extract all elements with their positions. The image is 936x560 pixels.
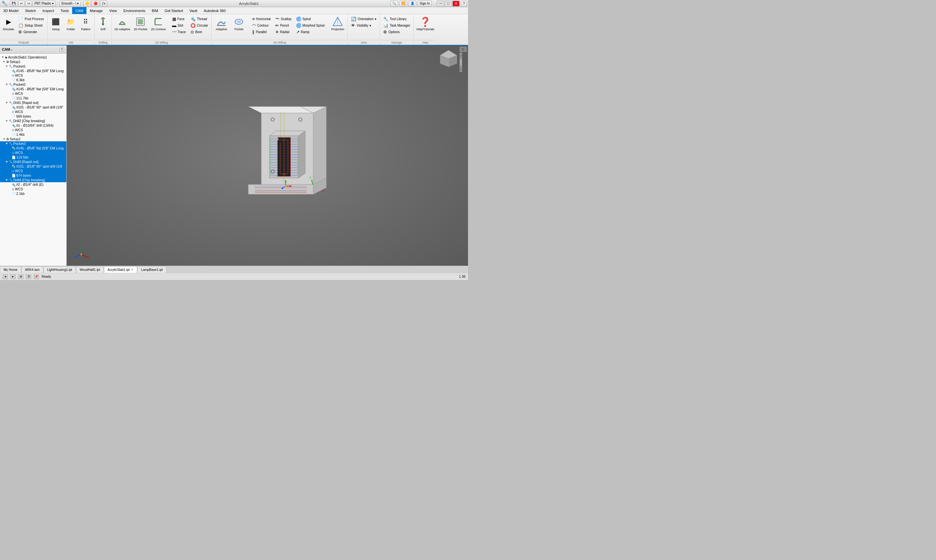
nav-cube[interactable]	[439, 49, 458, 68]
list-toggle-btn[interactable]: ☰	[26, 274, 31, 279]
vp-scroll-control[interactable]: ▲ ▼	[460, 52, 462, 72]
tree-item[interactable]: ▼⚙Setup1	[0, 60, 66, 64]
tree-item[interactable]: 📄8.3kb	[0, 78, 66, 82]
tree-item[interactable]: ▼◈AcrylicSlab1 Operation(s)	[0, 55, 66, 60]
3d-pocket-btn[interactable]: Pocket	[230, 15, 247, 38]
view-toggle-btn[interactable]: ⊞	[18, 274, 23, 279]
scroll-left-btn[interactable]: ◄	[3, 274, 8, 279]
quick-access-redo[interactable]: ↪	[25, 1, 32, 6]
3d-adaptive-btn[interactable]: Adaptive	[213, 15, 230, 38]
menu-view[interactable]: View	[106, 7, 120, 14]
tree-item[interactable]: 🔩#145 - Ø5/8" flat (5/8" EM Long	[0, 69, 66, 73]
slot-btn[interactable]: ▬ Slot	[170, 22, 188, 29]
viewport[interactable]: ⊡ ▲ ▼	[66, 46, 468, 266]
menu-environments[interactable]: Environments	[120, 7, 148, 14]
vp-scroll-up[interactable]: ▲	[460, 54, 462, 57]
tool-library-btn[interactable]: 🔧 Tool Library	[381, 15, 412, 22]
vp-scroll-down[interactable]: ▼	[460, 68, 462, 71]
menu-manage[interactable]: Manage	[86, 7, 106, 14]
circular-btn[interactable]: ⭕ Circular	[188, 22, 210, 29]
visibility-btn[interactable]: 👁 Visibility ▾	[349, 22, 378, 29]
menu-3dmodel[interactable]: 3D Model	[0, 7, 22, 14]
simulate-btn[interactable]: ▶ Simulate	[1, 15, 15, 38]
sign-in-btn[interactable]: Sign In	[418, 1, 432, 6]
display-mode-dropdown[interactable]: Smooth - \ ▾	[60, 1, 80, 6]
tree-item[interactable]: 📄111.7kb	[0, 96, 66, 100]
search-btn[interactable]: 🔍	[390, 1, 398, 6]
vp-resize-btn[interactable]: ⊡	[460, 47, 467, 52]
tab-acrylicslab-close[interactable]: ✕	[131, 268, 134, 271]
tab-ark4[interactable]: ARK4.iam	[22, 266, 43, 273]
task-manager-btn[interactable]: 📊 Task Manager	[381, 22, 412, 29]
2d-contour-btn[interactable]: 2D Contour	[150, 15, 167, 38]
thread-btn[interactable]: 🔩 Thread	[188, 15, 210, 22]
parallel-btn[interactable]: ∥ Parallel	[250, 29, 273, 35]
menu-inspect[interactable]: Inspect	[39, 7, 57, 14]
menu-sketch[interactable]: Sketch	[22, 7, 39, 14]
tree-expand-icon[interactable]: ▼	[5, 119, 8, 123]
setup-btn[interactable]: ⬛ Setup	[49, 15, 63, 38]
material-dropdown[interactable]: PBT Plastic ▾	[32, 1, 56, 6]
tab-acrylicslab[interactable]: AcrylicSlab1.ipt ✕	[104, 266, 137, 273]
tree-item[interactable]: 📄119.5kb	[0, 155, 66, 160]
tree-expand-icon[interactable]: ▼	[5, 65, 8, 68]
tree-item[interactable]: 🔩#101 - Ø1/8" 60° spot drill (1/8	[0, 164, 66, 169]
maximize-btn[interactable]: □	[445, 1, 452, 6]
close-btn[interactable]: ✕	[452, 1, 460, 6]
projection-btn[interactable]: Projection	[329, 15, 346, 38]
pattern-btn[interactable]: ⠿ Pattern	[79, 15, 93, 38]
tree-item[interactable]: ⊹WCS	[0, 128, 66, 132]
user-btn[interactable]: 👤	[409, 1, 416, 6]
menu-autodesk360[interactable]: Autodesk 360	[200, 7, 229, 14]
tree-expand-icon[interactable]: ▼	[5, 178, 8, 182]
tree-item[interactable]: ⊹WCS	[0, 91, 66, 96]
menu-tools[interactable]: Tools	[57, 7, 72, 14]
tree-item[interactable]: ⊹WCS	[0, 187, 66, 191]
quick-access-save[interactable]: 💾	[10, 1, 17, 6]
folder-btn[interactable]: 📁 Folder	[64, 15, 78, 38]
tree-item[interactable]: 📄2.1kb	[0, 191, 66, 196]
help-btn[interactable]: ?	[461, 1, 467, 6]
setup-sheet-btn[interactable]: 📋 Setup Sheet	[16, 22, 46, 29]
tab-woodhalf[interactable]: WoodHalf1.ipt	[76, 266, 104, 273]
2d-adaptive-btn[interactable]: 2D Adaptive	[113, 15, 132, 38]
horizontal-btn[interactable]: ≡ Horizontal	[250, 15, 273, 22]
orientation-btn[interactable]: 🔄 Orientation ▾	[349, 15, 378, 22]
tree-item[interactable]: ⊹WCS	[0, 151, 66, 155]
tree-item[interactable]: ▼🔧Pocket3	[0, 141, 66, 146]
menu-get-started[interactable]: Get Started	[162, 7, 186, 14]
morphed-spiral-btn[interactable]: 🌀 Morphed Spiral	[294, 22, 327, 29]
radial-btn[interactable]: ✳ Radial	[273, 29, 293, 35]
tree-expand-icon[interactable]: ▼	[3, 137, 6, 141]
tree-item[interactable]: ▼⚙Setup2	[0, 137, 66, 141]
tree-item[interactable]: ▼🔧Pocket1	[0, 64, 66, 69]
tree-item[interactable]: ▼🔧Drill2 [Chip breaking]	[0, 118, 66, 123]
drill-btn[interactable]: Drill	[96, 15, 110, 38]
generate-btn[interactable]: ⚙ Generate	[16, 29, 46, 35]
bore-btn[interactable]: ⊙ Bore	[188, 29, 210, 35]
tree-expand-icon[interactable]: ▼	[5, 83, 8, 86]
tree-item[interactable]: ⊹WCS	[0, 73, 66, 78]
tree-item[interactable]: 📄666 bytes	[0, 114, 66, 118]
pencil-btn[interactable]: ✏ Pencil	[273, 22, 293, 29]
tree-item[interactable]: 📄674 bytes	[0, 173, 66, 178]
tree-item[interactable]: ▼🔧Drill3 [Rapid out]	[0, 160, 66, 164]
2d-pocket-btn[interactable]: 2D Pocket	[132, 15, 149, 38]
fx-btn[interactable]: ƒx	[100, 1, 108, 6]
tree-expand-icon[interactable]: ▼	[5, 142, 8, 145]
tree-item[interactable]: 🔩#1 - Ø13/64" drill (13/64)	[0, 123, 66, 128]
contour-btn[interactable]: ◠ Contour	[250, 22, 273, 29]
ramp-btn[interactable]: ↗ Ramp	[294, 29, 327, 35]
tree-item[interactable]: 📄1.4kb	[0, 132, 66, 137]
tree-item[interactable]: ▼🔧Drill4 [Chip breaking]	[0, 178, 66, 182]
help-tutorials-btn[interactable]: ❓ Help/Tutorials	[415, 15, 435, 38]
tree-item[interactable]: 🔩#145 - Ø5/8" flat (5/8" EM Long	[0, 146, 66, 151]
cam-help-btn[interactable]: ?	[59, 47, 64, 52]
quick-access-undo[interactable]: ↩	[18, 1, 25, 6]
minimize-btn[interactable]: ─	[437, 1, 444, 6]
render-btn1[interactable]: 🟡	[83, 1, 91, 6]
tree-item[interactable]: ▼🔧Pocket2	[0, 82, 66, 87]
spiral-btn[interactable]: 🌀 Spiral	[294, 15, 327, 22]
connectivity-btn[interactable]: 📶	[399, 1, 407, 6]
tree-item[interactable]: ⊹WCS	[0, 109, 66, 114]
